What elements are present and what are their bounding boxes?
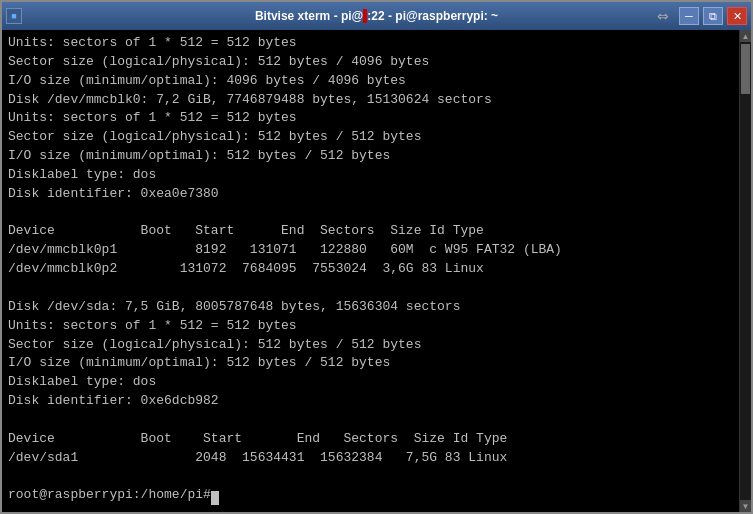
cursor xyxy=(211,491,219,505)
terminal-wrapper: Units: sectors of 1 * 512 = 512 bytes Se… xyxy=(2,30,751,512)
terminal-output: Units: sectors of 1 * 512 = 512 bytes Se… xyxy=(8,34,733,505)
prompt-line: root@raspberrypi:/home/pi# xyxy=(8,487,219,502)
line-18: I/O size (minimum/optimal): 512 bytes / … xyxy=(8,355,390,370)
line-21 xyxy=(8,412,16,427)
titlebar-left: ■ xyxy=(6,8,22,24)
title-suffix: :22 - pi@raspberrypi: ~ xyxy=(367,9,498,23)
line-9: Disk identifier: 0xea0e7380 xyxy=(8,186,219,201)
scroll-track[interactable] xyxy=(740,42,751,500)
resize-icon: ⇔ xyxy=(657,8,669,24)
window-title: Bitvise xterm - pi@:22 - pi@raspberrypi:… xyxy=(0,9,753,23)
minimize-button[interactable]: ─ xyxy=(679,7,699,25)
line-10 xyxy=(8,205,16,220)
line-15: Disk /dev/sda: 7,5 GiB, 8005787648 bytes… xyxy=(8,299,460,314)
line-16: Units: sectors of 1 * 512 = 512 bytes xyxy=(8,318,297,333)
line-4: Disk /dev/mmcblk0: 7,2 GiB, 7746879488 b… xyxy=(8,92,492,107)
line-11: Device Boot Start End Sectors Size Id Ty… xyxy=(8,223,484,238)
scrollbar[interactable]: ▲ ▼ xyxy=(739,30,751,512)
line-1: Units: sectors of 1 * 512 = 512 bytes xyxy=(8,35,297,50)
terminal[interactable]: Units: sectors of 1 * 512 = 512 bytes Se… xyxy=(2,30,739,512)
line-12: /dev/mmcblk0p1 8192 131071 122880 60M c … xyxy=(8,242,562,257)
scroll-down-button[interactable]: ▼ xyxy=(740,500,751,512)
line-22: Device Boot Start End Sectors Size Id Ty… xyxy=(8,431,507,446)
line-17: Sector size (logical/physical): 512 byte… xyxy=(8,337,421,352)
title-text: Bitvise xterm - pi@ xyxy=(255,9,363,23)
host-highlight xyxy=(363,9,367,23)
line-5: Units: sectors of 1 * 512 = 512 bytes xyxy=(8,110,297,125)
line-6: Sector size (logical/physical): 512 byte… xyxy=(8,129,421,144)
line-8: Disklabel type: dos xyxy=(8,167,156,182)
close-button[interactable]: ✕ xyxy=(727,7,747,25)
restore-button[interactable]: ⧉ xyxy=(703,7,723,25)
line-2: Sector size (logical/physical): 512 byte… xyxy=(8,54,429,69)
app-icon: ■ xyxy=(6,8,22,24)
line-7: I/O size (minimum/optimal): 512 bytes / … xyxy=(8,148,390,163)
line-3: I/O size (minimum/optimal): 4096 bytes /… xyxy=(8,73,406,88)
titlebar: ■ Bitvise xterm - pi@:22 - pi@raspberryp… xyxy=(2,2,751,30)
scroll-handle[interactable] xyxy=(741,44,750,94)
line-19: Disklabel type: dos xyxy=(8,374,156,389)
scroll-up-button[interactable]: ▲ xyxy=(740,30,751,42)
line-20: Disk identifier: 0xe6dcb982 xyxy=(8,393,219,408)
line-14 xyxy=(8,280,16,295)
window: ■ Bitvise xterm - pi@:22 - pi@raspberryp… xyxy=(0,0,753,514)
terminal-content-area: Units: sectors of 1 * 512 = 512 bytes Se… xyxy=(2,30,739,509)
line-23: /dev/sda1 2048 15634431 15632384 7,5G 83… xyxy=(8,450,507,465)
line-24 xyxy=(8,468,16,483)
line-13: /dev/mmcblk0p2 131072 7684095 7553024 3,… xyxy=(8,261,484,276)
